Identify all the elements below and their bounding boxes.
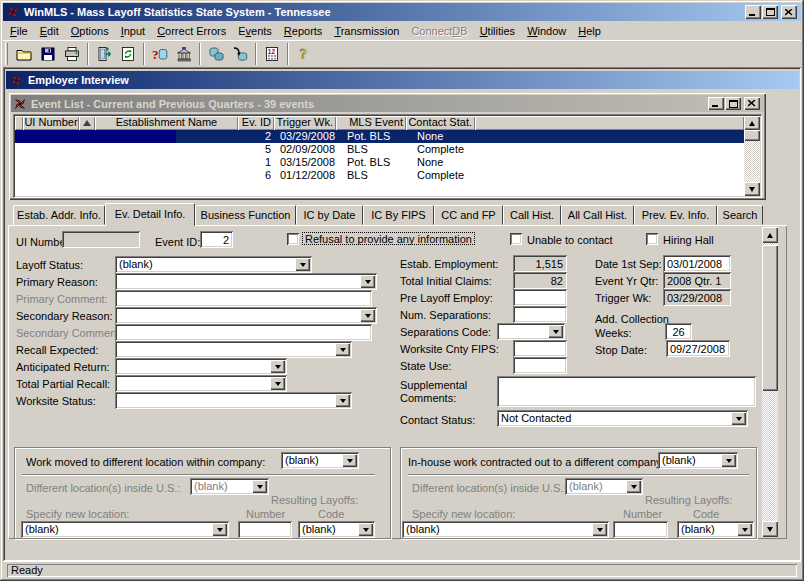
- scroll-up-button[interactable]: [762, 227, 778, 243]
- menu-item-options[interactable]: Options: [65, 23, 115, 39]
- new-location-combobox[interactable]: (blank): [402, 521, 609, 538]
- unable-to-contact-checkbox[interactable]: [510, 233, 522, 245]
- query-button[interactable]: ?: [148, 43, 172, 65]
- table-row[interactable]: 2 03/29/2008 Pot. BLS None: [15, 130, 744, 143]
- dropdown-arrow-button[interactable]: [295, 258, 310, 271]
- weeks-field[interactable]: [665, 323, 692, 340]
- table-row[interactable]: 1 03/15/2008 Pot. BLS None: [15, 156, 744, 169]
- layoff-status-combobox[interactable]: (blank): [115, 256, 312, 273]
- estab-employment-field[interactable]: [513, 255, 567, 272]
- dropdown-arrow-button[interactable]: [721, 454, 736, 467]
- date-1st-sep-field[interactable]: [663, 255, 731, 272]
- secondary-comment-field[interactable]: [115, 324, 372, 341]
- database-button[interactable]: [204, 43, 228, 65]
- resulting-layoffs-number-field[interactable]: [238, 521, 292, 538]
- pre-layoff-employ-field[interactable]: [513, 289, 567, 306]
- dropdown-arrow-button[interactable]: [737, 523, 752, 536]
- database-transfer-button[interactable]: [228, 43, 252, 65]
- menu-item-file[interactable]: File: [4, 23, 34, 39]
- event-yr-qtr-field[interactable]: [663, 272, 731, 289]
- bank-button[interactable]: [172, 43, 196, 65]
- save-button[interactable]: [36, 43, 60, 65]
- recall-expected-combobox[interactable]: [115, 341, 352, 358]
- help-button[interactable]: ?: [292, 43, 316, 65]
- tab-cc-and-fp[interactable]: CC and FP: [434, 205, 503, 225]
- menu-item-reports[interactable]: Reports: [278, 23, 329, 39]
- resulting-layoffs-number-field[interactable]: [613, 521, 668, 538]
- event-id-field[interactable]: [200, 231, 233, 248]
- column-header-establishment-name[interactable]: Establishment Name: [95, 116, 238, 130]
- trigger-wk-field[interactable]: [663, 289, 731, 306]
- scroll-down-button[interactable]: [744, 182, 760, 196]
- menu-item-events[interactable]: Events: [232, 23, 278, 39]
- worksite-status-combobox[interactable]: [115, 392, 352, 409]
- dropdown-arrow-button[interactable]: [548, 325, 563, 338]
- menu-item-transmission[interactable]: Transmission: [328, 23, 405, 39]
- supplemental-comments-field[interactable]: [497, 376, 756, 407]
- dropdown-arrow-button[interactable]: [626, 480, 641, 493]
- inhouse-work-combobox[interactable]: (blank): [658, 452, 738, 469]
- menu-item-edit[interactable]: Edit: [34, 23, 65, 39]
- minimize-button[interactable]: [745, 5, 761, 19]
- print-button[interactable]: [60, 43, 84, 65]
- tab-search[interactable]: Search: [717, 205, 763, 225]
- minimize-button[interactable]: [708, 97, 724, 110]
- tab-estab-addr-info[interactable]: Estab. Addr. Info.: [13, 205, 105, 225]
- maximize-button[interactable]: [725, 97, 741, 110]
- menu-item-correct-errors[interactable]: Correct Errors: [151, 23, 232, 39]
- exit-button[interactable]: [92, 43, 116, 65]
- dropdown-arrow-button[interactable]: [360, 309, 375, 322]
- menu-item-help[interactable]: Help: [572, 23, 607, 39]
- column-header-mls-event[interactable]: MLS Event: [336, 116, 406, 130]
- tab-ev-detail-info[interactable]: Ev. Detail Info.: [105, 203, 195, 226]
- form-scrollbar[interactable]: [762, 227, 778, 537]
- dropdown-arrow-button[interactable]: [342, 454, 357, 467]
- column-header-sort[interactable]: [79, 116, 95, 130]
- open-button[interactable]: [12, 43, 36, 65]
- refresh-button[interactable]: [116, 43, 140, 65]
- hiring-hall-checkbox[interactable]: [646, 233, 658, 245]
- different-location-combobox[interactable]: (blank): [190, 478, 269, 495]
- tab-ic-by-date[interactable]: IC by Date: [296, 205, 363, 225]
- scroll-down-button[interactable]: [762, 521, 778, 537]
- menu-item-input[interactable]: Input: [115, 23, 151, 39]
- refusal-label[interactable]: Refusal to provide any information: [302, 232, 475, 245]
- worksite-cnty-fips-field[interactable]: [513, 340, 567, 357]
- dropdown-arrow-button[interactable]: [360, 275, 375, 288]
- table-row[interactable]: 5 02/09/2008 BLS Complete: [15, 143, 744, 156]
- state-use-field[interactable]: [513, 357, 567, 374]
- dropdown-arrow-button[interactable]: [358, 523, 373, 536]
- column-header-ui-number[interactable]: UI Number: [23, 116, 79, 130]
- column-header-ev-id[interactable]: Ev. ID: [238, 116, 274, 130]
- dropdown-arrow-button[interactable]: [270, 377, 285, 390]
- anticipated-return-combobox[interactable]: [115, 358, 287, 375]
- new-location-combobox[interactable]: (blank): [21, 521, 229, 538]
- tab-prev-ev-info[interactable]: Prev. Ev. Info.: [634, 205, 717, 225]
- event-list-scrollbar[interactable]: [744, 116, 760, 196]
- secondary-reason-combobox[interactable]: [115, 307, 377, 324]
- menu-item-utilities[interactable]: Utilities: [474, 23, 521, 39]
- dropdown-arrow-button[interactable]: [335, 343, 350, 356]
- tab-business-function[interactable]: Business Function: [195, 205, 296, 225]
- tab-all-call-hist[interactable]: All Call Hist.: [561, 205, 634, 225]
- dropdown-arrow-button[interactable]: [252, 480, 267, 493]
- primary-reason-combobox[interactable]: [115, 273, 377, 290]
- dropdown-arrow-button[interactable]: [592, 523, 607, 536]
- dropdown-arrow-button[interactable]: [270, 360, 285, 373]
- ui-number-field[interactable]: [62, 231, 140, 248]
- column-header-contact-stat[interactable]: Contact Stat.: [406, 116, 475, 130]
- tab-ic-by-fips[interactable]: IC By FIPS: [363, 205, 434, 225]
- tab-call-hist[interactable]: Call Hist.: [503, 205, 561, 225]
- work-moved-combobox[interactable]: (blank): [281, 452, 359, 469]
- primary-comment-field[interactable]: [115, 290, 372, 307]
- separations-code-combobox[interactable]: [497, 323, 565, 340]
- column-header-trigger-wk[interactable]: Trigger Wk.: [274, 116, 336, 130]
- toolbar-grip[interactable]: [5, 43, 8, 65]
- calculator-button[interactable]: 12: [260, 43, 284, 65]
- num-separations-field[interactable]: [513, 306, 567, 323]
- scroll-up-button[interactable]: [744, 116, 760, 130]
- table-row[interactable]: 6 01/12/2008 BLS Complete: [15, 169, 744, 182]
- contact-status-combobox[interactable]: Not Contacted: [497, 410, 748, 427]
- scroll-thumb[interactable]: [744, 130, 760, 141]
- total-partial-recall-combobox[interactable]: [115, 375, 287, 392]
